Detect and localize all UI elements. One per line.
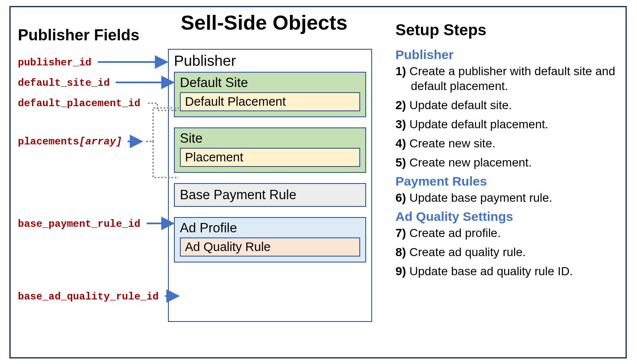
setup-steps-list: Publisher 1) Create a publisher with def… (395, 44, 617, 283)
field-default-placement-id: default_placement_id (18, 98, 140, 109)
field-placements-array: placements[array] (18, 136, 122, 147)
step-7: 7) Create ad profile. (395, 226, 617, 240)
section-ad-quality: Ad Quality Settings (395, 209, 617, 224)
main-title: Sell-Side Objects (181, 11, 347, 34)
default-site-box: Default Site Default Placement (174, 72, 366, 117)
publisher-label: Publisher (174, 52, 366, 69)
step-1: 1) Create a publisher with default site … (395, 64, 617, 93)
ad-profile-box: Ad Profile Ad Quality Rule (174, 217, 366, 262)
base-payment-rule-box: Base Payment Rule (174, 183, 366, 207)
default-site-label: Default Site (180, 75, 360, 90)
step-9: 9) Update base ad quality rule ID. (395, 264, 617, 279)
step-5: 5) Create new placement. (395, 155, 617, 170)
step-2: 2) Update default site. (395, 98, 617, 113)
ad-profile-label: Ad Profile (180, 220, 360, 236)
ad-quality-rule-box: Ad Quality Rule (180, 237, 360, 257)
section-payment-rules: Payment Rules (395, 174, 617, 189)
placement-box: Placement (180, 148, 360, 167)
site-label: Site (180, 131, 360, 146)
default-placement-box: Default Placement (180, 92, 360, 111)
publisher-fields-heading: Publisher Fields (18, 26, 139, 44)
publisher-container: Publisher Default Site Default Placement… (168, 49, 372, 322)
section-publisher: Publisher (395, 48, 617, 62)
step-6: 6) Update base payment rule. (395, 190, 617, 205)
field-placements-suffix: [array] (79, 136, 122, 147)
field-default-site-id: default_site_id (18, 77, 110, 89)
step-8: 8) Create ad quality rule. (395, 245, 617, 260)
step-4: 4) Create new site. (395, 136, 617, 151)
field-base-payment-rule-id: base_payment_rule_id (18, 218, 140, 230)
field-base-ad-quality-rule-id: base_ad_quality_rule_id (18, 291, 159, 302)
step-3: 3) Update default placement. (395, 117, 617, 132)
site-box: Site Placement (174, 127, 366, 173)
setup-steps-heading: Setup Steps (395, 21, 486, 39)
field-placements-label: placements (18, 136, 79, 147)
field-publisher-id: publisher_id (18, 57, 91, 68)
